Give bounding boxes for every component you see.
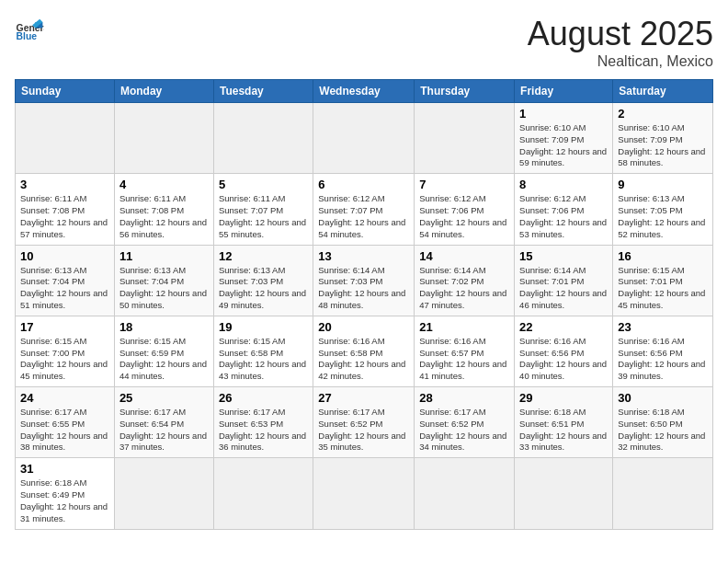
day-header-thursday: Thursday	[415, 80, 515, 103]
day-number: 15	[519, 249, 608, 263]
day-info: Sunrise: 6:18 AM Sunset: 6:49 PM Dayligh…	[20, 477, 109, 524]
calendar-cell: 11Sunrise: 6:13 AM Sunset: 7:04 PM Dayli…	[114, 245, 213, 316]
calendar-table: SundayMondayTuesdayWednesdayThursdayFrid…	[15, 79, 713, 530]
day-info: Sunrise: 6:18 AM Sunset: 6:50 PM Dayligh…	[618, 407, 708, 454]
day-header-sunday: Sunday	[16, 80, 115, 103]
logo: General Blue	[15, 15, 44, 44]
day-number: 2	[618, 107, 708, 121]
day-info: Sunrise: 6:14 AM Sunset: 7:02 PM Dayligh…	[419, 265, 509, 312]
calendar-cell: 18Sunrise: 6:15 AM Sunset: 6:59 PM Dayli…	[114, 316, 213, 386]
calendar-cell: 6Sunrise: 6:12 AM Sunset: 7:07 PM Daylig…	[313, 174, 415, 245]
day-number: 29	[519, 391, 608, 405]
calendar-cell: 9Sunrise: 6:13 AM Sunset: 7:05 PM Daylig…	[613, 174, 713, 245]
day-number: 5	[219, 178, 308, 191]
day-header-tuesday: Tuesday	[213, 80, 313, 103]
calendar-week-row: 24Sunrise: 6:17 AM Sunset: 6:55 PM Dayli…	[16, 387, 713, 458]
day-number: 10	[20, 249, 109, 263]
calendar-week-row: 31Sunrise: 6:18 AM Sunset: 6:49 PM Dayli…	[16, 458, 713, 529]
calendar-cell	[16, 103, 115, 174]
calendar-cell: 31Sunrise: 6:18 AM Sunset: 6:49 PM Dayli…	[16, 458, 115, 529]
day-info: Sunrise: 6:15 AM Sunset: 6:58 PM Dayligh…	[219, 336, 308, 383]
day-info: Sunrise: 6:16 AM Sunset: 6:57 PM Dayligh…	[419, 336, 509, 383]
calendar-cell: 22Sunrise: 6:16 AM Sunset: 6:56 PM Dayli…	[515, 316, 613, 386]
page-header: General Blue August 2025 Nealtican, Mexi…	[15, 15, 713, 70]
day-header-saturday: Saturday	[613, 80, 713, 103]
calendar-cell: 4Sunrise: 6:11 AM Sunset: 7:08 PM Daylig…	[114, 174, 213, 245]
calendar-cell	[313, 458, 415, 529]
calendar-cell: 15Sunrise: 6:14 AM Sunset: 7:01 PM Dayli…	[515, 245, 613, 316]
calendar-cell: 29Sunrise: 6:18 AM Sunset: 6:51 PM Dayli…	[515, 387, 613, 458]
calendar-week-row: 10Sunrise: 6:13 AM Sunset: 7:04 PM Dayli…	[16, 245, 713, 316]
day-info: Sunrise: 6:12 AM Sunset: 7:06 PM Dayligh…	[419, 193, 509, 240]
day-info: Sunrise: 6:15 AM Sunset: 7:01 PM Dayligh…	[618, 265, 708, 312]
location: Nealtican, Mexico	[528, 53, 713, 70]
calendar-cell	[114, 103, 213, 174]
day-number: 12	[219, 249, 308, 263]
day-info: Sunrise: 6:16 AM Sunset: 6:56 PM Dayligh…	[618, 336, 708, 383]
day-info: Sunrise: 6:11 AM Sunset: 7:08 PM Dayligh…	[20, 193, 109, 240]
day-number: 8	[519, 178, 608, 191]
day-number: 14	[419, 249, 509, 263]
day-header-monday: Monday	[114, 80, 213, 103]
calendar-cell	[313, 103, 415, 174]
calendar-cell: 30Sunrise: 6:18 AM Sunset: 6:50 PM Dayli…	[613, 387, 713, 458]
day-header-wednesday: Wednesday	[313, 80, 415, 103]
day-info: Sunrise: 6:16 AM Sunset: 6:56 PM Dayligh…	[519, 336, 608, 383]
day-number: 1	[519, 107, 608, 121]
day-info: Sunrise: 6:15 AM Sunset: 7:00 PM Dayligh…	[20, 336, 109, 383]
calendar-cell	[515, 458, 613, 529]
day-number: 24	[20, 391, 109, 405]
calendar-cell: 28Sunrise: 6:17 AM Sunset: 6:52 PM Dayli…	[415, 387, 515, 458]
calendar-body: 1Sunrise: 6:10 AM Sunset: 7:09 PM Daylig…	[16, 103, 713, 530]
day-info: Sunrise: 6:12 AM Sunset: 7:07 PM Dayligh…	[318, 193, 409, 240]
day-info: Sunrise: 6:13 AM Sunset: 7:05 PM Dayligh…	[618, 193, 708, 240]
day-number: 4	[119, 178, 209, 191]
calendar-cell: 20Sunrise: 6:16 AM Sunset: 6:58 PM Dayli…	[313, 316, 415, 386]
calendar-week-row: 3Sunrise: 6:11 AM Sunset: 7:08 PM Daylig…	[16, 174, 713, 245]
calendar-cell	[213, 458, 313, 529]
day-number: 28	[419, 391, 509, 405]
calendar-cell	[415, 103, 515, 174]
calendar-header: SundayMondayTuesdayWednesdayThursdayFrid…	[16, 80, 713, 103]
calendar-cell: 8Sunrise: 6:12 AM Sunset: 7:06 PM Daylig…	[515, 174, 613, 245]
day-number: 30	[618, 391, 708, 405]
day-info: Sunrise: 6:17 AM Sunset: 6:54 PM Dayligh…	[119, 407, 209, 454]
day-number: 18	[119, 320, 209, 334]
calendar-cell: 16Sunrise: 6:15 AM Sunset: 7:01 PM Dayli…	[613, 245, 713, 316]
calendar-cell: 10Sunrise: 6:13 AM Sunset: 7:04 PM Dayli…	[16, 245, 115, 316]
day-number: 25	[119, 391, 209, 405]
calendar-cell: 23Sunrise: 6:16 AM Sunset: 6:56 PM Dayli…	[613, 316, 713, 386]
day-info: Sunrise: 6:10 AM Sunset: 7:09 PM Dayligh…	[618, 122, 708, 169]
calendar-cell: 12Sunrise: 6:13 AM Sunset: 7:03 PM Dayli…	[213, 245, 313, 316]
calendar-cell: 1Sunrise: 6:10 AM Sunset: 7:09 PM Daylig…	[515, 103, 613, 174]
day-info: Sunrise: 6:13 AM Sunset: 7:03 PM Dayligh…	[219, 265, 308, 312]
day-info: Sunrise: 6:12 AM Sunset: 7:06 PM Dayligh…	[519, 193, 608, 240]
day-number: 9	[618, 178, 708, 191]
day-info: Sunrise: 6:17 AM Sunset: 6:53 PM Dayligh…	[219, 407, 308, 454]
day-info: Sunrise: 6:17 AM Sunset: 6:52 PM Dayligh…	[318, 407, 409, 454]
calendar-cell	[114, 458, 213, 529]
day-number: 21	[419, 320, 509, 334]
day-number: 20	[318, 320, 409, 334]
calendar-cell: 13Sunrise: 6:14 AM Sunset: 7:03 PM Dayli…	[313, 245, 415, 316]
day-header-friday: Friday	[515, 80, 613, 103]
month-year: August 2025	[528, 15, 713, 53]
day-number: 13	[318, 249, 409, 263]
day-info: Sunrise: 6:16 AM Sunset: 6:58 PM Dayligh…	[318, 336, 409, 383]
calendar-cell: 3Sunrise: 6:11 AM Sunset: 7:08 PM Daylig…	[16, 174, 115, 245]
title-block: August 2025 Nealtican, Mexico	[528, 15, 713, 70]
day-number: 22	[519, 320, 608, 334]
calendar-cell: 2Sunrise: 6:10 AM Sunset: 7:09 PM Daylig…	[613, 103, 713, 174]
calendar-cell: 25Sunrise: 6:17 AM Sunset: 6:54 PM Dayli…	[114, 387, 213, 458]
day-number: 27	[318, 391, 409, 405]
day-number: 6	[318, 178, 409, 191]
day-info: Sunrise: 6:10 AM Sunset: 7:09 PM Dayligh…	[519, 122, 608, 169]
day-info: Sunrise: 6:17 AM Sunset: 6:55 PM Dayligh…	[20, 407, 109, 454]
days-of-week-row: SundayMondayTuesdayWednesdayThursdayFrid…	[16, 80, 713, 103]
calendar-cell: 7Sunrise: 6:12 AM Sunset: 7:06 PM Daylig…	[415, 174, 515, 245]
calendar-cell	[213, 103, 313, 174]
day-number: 23	[618, 320, 708, 334]
day-number: 19	[219, 320, 308, 334]
calendar-cell: 17Sunrise: 6:15 AM Sunset: 7:00 PM Dayli…	[16, 316, 115, 386]
calendar-cell: 24Sunrise: 6:17 AM Sunset: 6:55 PM Dayli…	[16, 387, 115, 458]
